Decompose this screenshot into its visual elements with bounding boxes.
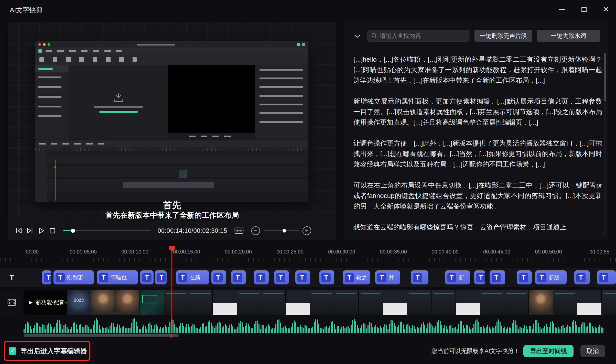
fit-timeline-button[interactable]: [233, 225, 245, 236]
maximize-button[interactable]: [578, 4, 590, 15]
text-clip[interactable]: T: [254, 270, 269, 284]
video-thumbnail: [504, 290, 529, 315]
video-thumbnail: [407, 290, 431, 315]
text-clip[interactable]: T: [474, 270, 485, 284]
text-clip[interactable]: T新版...: [535, 270, 567, 284]
titlebar: AI文字快剪 ✕: [0, 0, 616, 19]
zoom-out-button[interactable]: −: [251, 226, 260, 235]
import-media-icon: [113, 92, 124, 103]
transcript-scrollbar[interactable]: [604, 53, 606, 235]
transcript-scrollbar-thumb[interactable]: [604, 53, 606, 101]
zoom-in-button[interactable]: +: [302, 226, 311, 235]
text-clip-icon: T: [56, 273, 65, 282]
timeline-scrollbar-thumb[interactable]: [24, 334, 179, 337]
play-icon: [37, 227, 45, 235]
text-clip[interactable]: T: [574, 270, 590, 284]
mock-media-hint: [94, 106, 143, 108]
ruler-label: 00:00:25:00: [276, 249, 304, 255]
transcript-paragraph[interactable]: 想知道在云端的喵影有哪些惊喜吗？惊喜一云资产管理素材，项目通通上: [353, 222, 602, 233]
text-clip-icon: T: [157, 273, 166, 282]
text-clip-icon: T: [99, 273, 108, 282]
text-clip[interactable]: T: [490, 270, 505, 284]
text-clip[interactable]: T刚刚更...: [53, 270, 94, 284]
text-clip[interactable]: T: [319, 270, 334, 284]
timeline-ruler[interactable]: :00:0000:00:05:0000:00:10:0000:00:15:000…: [0, 245, 616, 268]
text-clip-icon: T: [576, 273, 586, 282]
text-clip[interactable]: T: [231, 270, 246, 284]
audio-waveform[interactable]: [24, 317, 604, 333]
video-clip[interactable]: ▶ 新功能-配音+bgm 2023: [24, 290, 616, 315]
mock-media-area: [69, 65, 168, 139]
playhead-line[interactable]: [171, 251, 172, 338]
next-frame-button[interactable]: [24, 225, 36, 236]
transcript-paragraph[interactable]: [...]hello，[...]各位喵粉，[...]刚刚更新的外星喵影二零二三有…: [353, 54, 602, 86]
ruler-label: :00:00: [24, 249, 39, 255]
thumbnail-text: 2023: [74, 298, 84, 303]
text-clip[interactable]: T: [411, 270, 428, 284]
text-clip[interactable]: T: [295, 270, 310, 284]
text-clip[interactable]: T: [155, 270, 167, 284]
subtitle-editor-checkbox[interactable]: ✓: [9, 347, 16, 355]
transcript-text-area[interactable]: [...]hello，[...]各位喵粉，[...]刚刚更新的外星喵影二零二三有…: [353, 54, 602, 240]
ruler-labels: :00:0000:00:05:0000:00:10:0000:00:15:000…: [0, 249, 616, 257]
text-clip[interactable]: T: [597, 270, 616, 284]
seek-knob[interactable]: [71, 229, 75, 233]
filmstrip-icon: [7, 299, 16, 306]
search-box[interactable]: [367, 30, 469, 42]
mock-clip: [123, 182, 214, 188]
video-thumbnail: [602, 290, 616, 315]
subtitle-editor-checkbox-label[interactable]: 导出后进入字幕编辑器: [20, 347, 87, 356]
stop-button[interactable]: [47, 225, 58, 236]
text-clip-icon: T: [256, 273, 265, 282]
checkbox-check-icon: ✓: [10, 348, 15, 354]
text-clip[interactable]: T在新...: [176, 270, 209, 284]
text-clip-label: 阿喵也...: [111, 274, 131, 281]
stop-icon: [49, 227, 56, 234]
search-input[interactable]: [380, 32, 466, 39]
export-to-timeline-button[interactable]: 导出至时间线: [523, 345, 574, 357]
subtitle-overlay-top: 首先: [8, 199, 336, 212]
mock-zoom-dot: [48, 43, 50, 46]
preview-grid-area: 首先 首先在新版本中带来了全新的工作区布局: [8, 23, 336, 220]
text-clip[interactable]: T新...: [445, 270, 470, 284]
text-clip-label: 较之...: [356, 274, 370, 281]
video-thumbnail: [577, 290, 602, 315]
text-clip[interactable]: T: [211, 270, 226, 284]
text-clip-icon: T: [276, 273, 285, 282]
text-clip[interactable]: T较之...: [343, 270, 370, 284]
ruler-ticks: [0, 258, 616, 261]
transcript-paragraph[interactable]: 让调色操作更方便。[...]此外，[...]新版本提供了更为灵活的播放器独立窗口…: [353, 138, 602, 170]
text-clip-icon: T: [321, 273, 331, 282]
ruler-label: 00:00:15:00: [173, 249, 200, 255]
zoom-knob[interactable]: [283, 229, 286, 233]
text-clip[interactable]: T: [140, 270, 154, 284]
text-clip[interactable]: T并...: [375, 270, 400, 284]
transcript-paragraph[interactable]: 新增独立展示的属性面板，更加方便素材编辑。[...]默认展示项目信息页，工程参数…: [353, 96, 602, 128]
cancel-button[interactable]: 取消: [580, 345, 605, 357]
mock-close-dot: [38, 43, 41, 46]
seek-slider[interactable]: [63, 225, 151, 236]
minimize-button[interactable]: [556, 4, 568, 15]
transcript-panel: 一键删除无声片段 一键去除水词 [...]hello，[...]各位喵粉，[..…: [344, 23, 608, 240]
text-clip-icon: T: [345, 273, 354, 282]
video-thumbnail: [164, 290, 188, 315]
zoom-slider[interactable]: [264, 226, 299, 235]
text-clip-label: 在新...: [190, 274, 205, 281]
play-button[interactable]: [36, 225, 47, 236]
transcript-paragraph[interactable]: 可以在右上角的布局设置中任意切换。[...]在喵影二零二三中，[...]还可以一…: [353, 180, 602, 212]
delete-silent-segments-button[interactable]: 一键删除无声片段: [474, 30, 532, 42]
collapse-panel-button[interactable]: [352, 31, 363, 42]
minimize-icon: [559, 9, 565, 10]
text-clip[interactable]: T: [517, 270, 532, 284]
text-clip[interactable]: T: [42, 270, 51, 284]
mock-media-thumb: [179, 170, 187, 178]
window-controls: ✕: [556, 4, 612, 15]
text-clip[interactable]: T: [274, 270, 289, 284]
text-clip-icon: T: [492, 273, 501, 282]
text-clip[interactable]: T阿喵也...: [97, 270, 138, 284]
next-frame-icon: [26, 227, 34, 235]
close-button[interactable]: ✕: [600, 4, 612, 15]
remove-filler-words-button[interactable]: 一键去除水词: [537, 30, 600, 42]
mock-properties-rows: [260, 69, 303, 125]
previous-frame-button[interactable]: [13, 225, 24, 236]
